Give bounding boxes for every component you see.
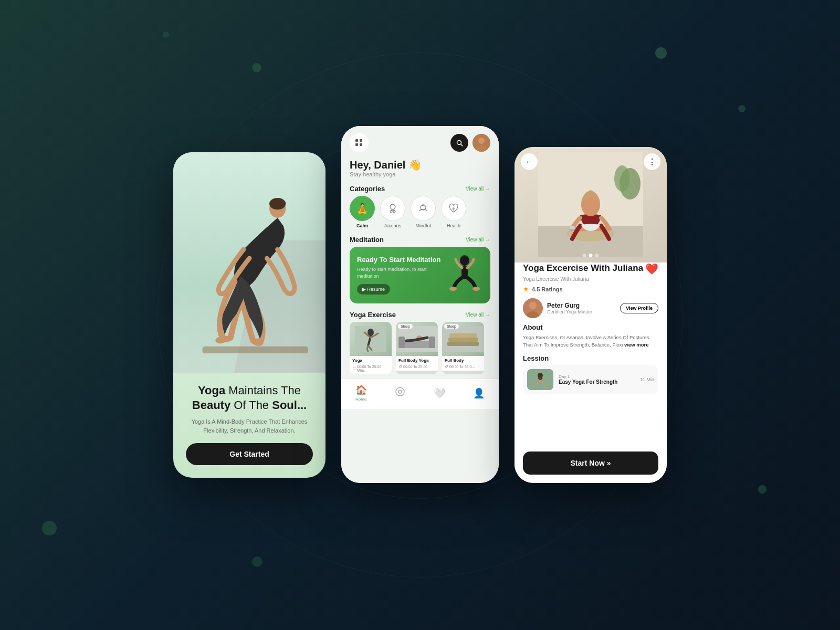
home-header (341, 126, 499, 156)
anxious-icon (380, 196, 405, 221)
health-icon (441, 196, 466, 221)
nav-home[interactable]: 🏠 Home (355, 384, 367, 402)
svg-point-15 (390, 211, 392, 213)
home-icon: 🏠 (355, 384, 367, 396)
calm-icon: 🧘 (350, 196, 375, 221)
svg-point-34 (396, 387, 404, 396)
categories-title: Categories (350, 185, 385, 193)
banner-subtitle: Ready to start meditation, to start medi… (357, 266, 446, 279)
health-label: Health (447, 223, 460, 228)
profile-icon: 👤 (473, 387, 485, 399)
splash-title-yoga: Yoga (198, 384, 225, 397)
meditation-title: Meditation (350, 236, 384, 244)
splash-title-soul: Soul... (272, 398, 307, 412)
anxious-label: Anxious (384, 223, 401, 228)
bottom-navigation: 🏠 Home 🤍 👤 (341, 379, 499, 409)
svg-point-14 (390, 204, 395, 209)
view-more-link[interactable]: view more (624, 342, 648, 348)
instructor-info: Peter Gurg Certified Yoga Master (547, 302, 616, 314)
categories-header: Categories View all → (341, 182, 499, 196)
lesson-info: Day 1 Easy Yoga For Strength (559, 374, 635, 385)
nav-favorites[interactable]: 🤍 (434, 387, 445, 399)
svg-rect-6 (360, 139, 362, 142)
categories-view-all[interactable]: View all → (466, 186, 490, 192)
start-now-button[interactable]: Start Now » (523, 452, 658, 475)
phone-detail: ← ⋮ Yoga Excercise With Juliana ❤️ Yoga … (514, 147, 667, 483)
instructor-avatar (523, 298, 543, 318)
exercise-title: Yoga Exercise (350, 311, 396, 319)
meditation-banner[interactable]: Ready To Start Meditation Ready to start… (350, 247, 490, 303)
dot-1 (583, 254, 586, 257)
svg-rect-32 (448, 338, 478, 342)
card3-label: Full Body (442, 356, 484, 365)
exercise-header: Yoga Exercise View all → (341, 308, 499, 322)
heart-button[interactable]: ❤️ (645, 262, 658, 275)
resume-button[interactable]: ▶ Resume (357, 284, 390, 295)
meditation-view-all[interactable]: View all → (466, 237, 490, 243)
exercise-card-1[interactable]: Yoga ⏱00:00 To 25:00 Mins (350, 322, 392, 374)
card1-label: Yoga (350, 356, 392, 365)
get-started-button[interactable]: Get Started (186, 443, 313, 465)
instructor-title-text: Certified Yoga Master (547, 309, 616, 314)
card3-time: ⏱00:00 To 35:0... (442, 365, 484, 371)
dot-2 (589, 254, 593, 257)
svg-point-45 (529, 302, 537, 309)
exercise-cards-list: Yoga ⏱00:00 To 25:00 Mins (341, 322, 499, 379)
meditation-header: Meditation View all → (341, 233, 499, 247)
phone-home: Hey, Daniel 👋 Stay healthy yoga Categori… (341, 126, 499, 483)
search-button[interactable] (450, 134, 468, 152)
splash-title: Yoga Maintains The Beauty Of The Soul... (186, 383, 313, 413)
workout-icon (395, 386, 405, 400)
detail-subtitle: Yoga Excercise With Juliana (523, 276, 658, 282)
banner-figure (446, 254, 483, 296)
greeting-text: Hey, Daniel 👋 (350, 159, 490, 171)
svg-rect-5 (355, 139, 358, 142)
svg-rect-43 (570, 226, 575, 229)
category-health[interactable]: Health (441, 196, 466, 228)
image-dots (583, 254, 599, 257)
exercise-view-all[interactable]: View all → (466, 312, 490, 318)
lesson-name: Easy Yoga For Strength (559, 379, 635, 385)
svg-point-48 (538, 373, 543, 378)
more-button[interactable]: ⋮ (644, 153, 660, 170)
rating-row: ★ 4.5 Ratings (523, 285, 658, 293)
lesson-duration: 11 Min (640, 377, 654, 382)
user-avatar[interactable] (472, 134, 490, 152)
lesson-thumbnail (527, 369, 553, 390)
detail-title: Yoga Excercise With Juliana (523, 262, 645, 274)
mindful-icon (411, 196, 436, 221)
svg-rect-4 (203, 346, 308, 353)
svg-rect-7 (355, 143, 358, 146)
lesson-card[interactable]: Day 1 Easy Yoga For Strength 11 Min (523, 365, 658, 394)
category-calm[interactable]: 🧘 Calm (350, 196, 375, 228)
grid-icon[interactable] (350, 133, 369, 152)
svg-rect-28 (429, 337, 435, 348)
category-mindful[interactable]: Mindful (411, 196, 436, 228)
svg-point-1 (269, 198, 286, 209)
header-actions (450, 134, 490, 152)
splash-subtitle: Yoga Is A Mind-Body Practice That Enhanc… (186, 417, 313, 435)
category-anxious[interactable]: Anxious (380, 196, 405, 228)
categories-list: 🧘 Calm Anxious (341, 196, 499, 233)
instructor-name: Peter Gurg (547, 302, 616, 309)
phones-container: Yoga Maintains The Beauty Of The Soul...… (173, 147, 667, 483)
dot-3 (595, 254, 599, 257)
nav-workout[interactable] (395, 386, 405, 400)
svg-line-10 (460, 144, 463, 146)
splash-title-mid: Maintains The (225, 384, 301, 397)
exercise-card-2[interactable]: Sleep Full Body Yoga ⏱00:00 To 25:00 (396, 322, 438, 374)
card2-label: Full Body Yoga (396, 356, 438, 365)
nav-profile[interactable]: 👤 (473, 387, 485, 399)
mindful-label: Mindful (415, 223, 430, 228)
exercise-card-3[interactable]: Sleep Full Body ⏱00:00 To 35:0... (442, 322, 484, 374)
card2-badge: Sleep (398, 324, 413, 329)
banner-title: Ready To Start Meditation (357, 256, 446, 265)
view-profile-button[interactable]: View Profile (620, 303, 658, 313)
rating-text: 4.5 Ratings (532, 286, 563, 292)
lesson-label: Lession (523, 354, 658, 362)
star-icon: ★ (523, 285, 529, 293)
detail-hero: ← ⋮ (514, 147, 667, 262)
splash-content: Yoga Maintains The Beauty Of The Soul...… (173, 373, 326, 478)
card3-badge: Sleep (444, 324, 459, 329)
back-button[interactable]: ← (521, 153, 538, 170)
